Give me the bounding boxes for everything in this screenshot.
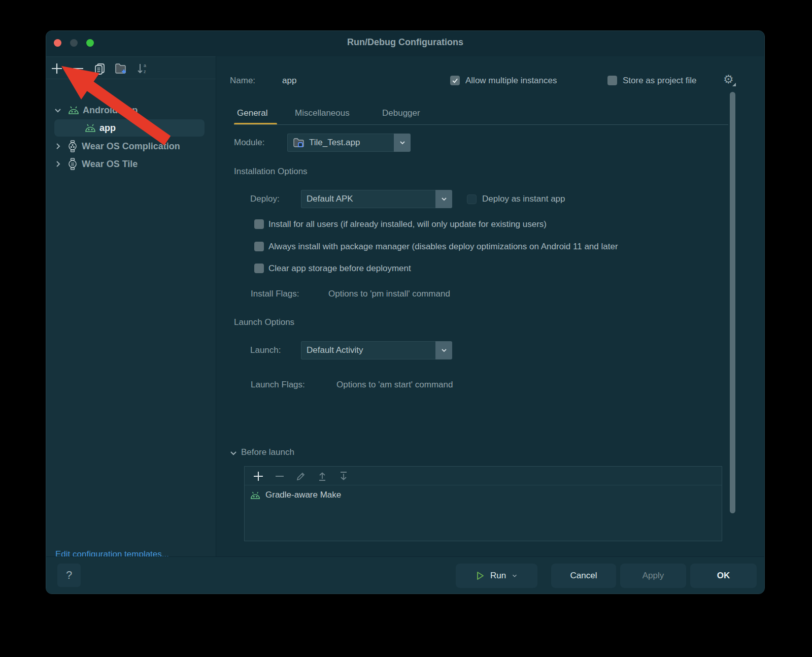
- before-launch-task-label: Gradle-aware Make: [265, 490, 341, 500]
- deploy-as-instant-app-checkbox[interactable]: [467, 194, 477, 204]
- sort-alphabetically-icon[interactable]: a z: [135, 61, 150, 76]
- run-button[interactable]: Run: [456, 564, 537, 588]
- chevron-right-icon[interactable]: [53, 142, 62, 151]
- allow-multiple-instances-label: Allow multiple instances: [465, 75, 557, 87]
- tab-debugger[interactable]: Debugger: [382, 107, 420, 119]
- store-as-project-file-checkbox[interactable]: [607, 76, 617, 85]
- chevron-right-icon[interactable]: [53, 159, 62, 169]
- svg-text:a: a: [144, 63, 146, 68]
- add-task-icon[interactable]: [252, 470, 265, 483]
- edit-task-icon[interactable]: [294, 470, 308, 483]
- move-down-icon[interactable]: [337, 470, 350, 483]
- sidebar-toolbar: a z: [46, 56, 216, 79]
- install-for-all-users-checkbox[interactable]: [254, 219, 264, 229]
- launch-options-header: Launch Options: [234, 316, 294, 328]
- deploy-as-instant-app-label: Deploy as instant app: [482, 193, 565, 205]
- launch-combobox[interactable]: Default Activity: [301, 341, 452, 359]
- deploy-label: Deploy:: [250, 193, 280, 205]
- android-icon: [84, 123, 96, 133]
- copy-configuration-icon[interactable]: [92, 61, 107, 76]
- before-launch-panel: Gradle-aware Make: [244, 466, 722, 541]
- install-for-all-users-label: Install for all users (if already instal…: [268, 218, 728, 231]
- play-icon: [475, 571, 485, 581]
- clear-app-storage-label: Clear app storage before deployment: [268, 262, 728, 275]
- dialog-footer: ? Run Cancel Apply OK: [46, 556, 764, 594]
- always-install-package-manager-label: Always install with package manager (dis…: [268, 241, 728, 253]
- tree-item-label: app: [99, 123, 116, 134]
- run-button-label: Run: [490, 571, 506, 581]
- clear-app-storage-checkbox[interactable]: [254, 264, 264, 273]
- always-install-package-manager-checkbox[interactable]: [254, 242, 264, 251]
- module-folder-icon: [293, 138, 305, 148]
- chevron-down-icon[interactable]: [53, 106, 62, 115]
- check-icon: [451, 77, 459, 84]
- remove-task-icon[interactable]: [273, 470, 286, 483]
- chevron-down-icon[interactable]: [511, 572, 518, 579]
- before-launch-header: Before launch: [241, 446, 294, 458]
- run-debug-configurations-dialog: Run/Debug Configurations: [46, 30, 765, 594]
- watch-complication-icon: [67, 140, 78, 152]
- launch-value: Default Activity: [307, 345, 363, 355]
- chevron-down-icon: [398, 139, 407, 147]
- configurations-sidebar: a z Android App: [46, 56, 216, 557]
- vertical-scrollbar[interactable]: [730, 92, 735, 513]
- android-icon: [250, 491, 261, 500]
- launch-dropdown-button[interactable]: [435, 341, 452, 359]
- title-bar: Run/Debug Configurations: [46, 31, 764, 56]
- deploy-value: Default APK: [307, 194, 353, 204]
- allow-multiple-instances-checkbox[interactable]: [450, 76, 460, 85]
- module-label: Module:: [234, 137, 264, 149]
- store-as-project-file-label: Store as project file: [623, 75, 697, 87]
- tree-item-wear-os-tile[interactable]: Wear OS Tile: [46, 155, 216, 173]
- tree-item-label: Wear OS Complication: [82, 141, 180, 152]
- svg-text:z: z: [144, 69, 146, 74]
- tree-item-wear-os-complication[interactable]: Wear OS Complication: [46, 138, 216, 155]
- tab-general[interactable]: General: [237, 107, 267, 119]
- name-input[interactable]: app: [282, 75, 296, 87]
- before-launch-toolbar: [245, 467, 722, 485]
- chevron-down-icon: [440, 346, 448, 354]
- tree-item-android-app[interactable]: Android App: [46, 102, 216, 119]
- remove-configuration-icon[interactable]: [71, 61, 86, 76]
- chevron-down-icon: [440, 195, 448, 203]
- gear-icon[interactable]: ⚙: [723, 74, 734, 85]
- launch-label: Launch:: [250, 344, 281, 356]
- install-flags-label: Install Flags:: [251, 288, 299, 300]
- help-button[interactable]: ?: [57, 564, 81, 587]
- tree-item-label: Wear OS Tile: [82, 159, 138, 170]
- ok-button[interactable]: OK: [690, 564, 757, 588]
- tree-item-label: Android App: [83, 105, 138, 116]
- module-dropdown-button[interactable]: [394, 134, 411, 152]
- tree-item-app-selected[interactable]: app: [54, 119, 205, 137]
- cancel-button[interactable]: Cancel: [551, 564, 616, 588]
- name-label: Name:: [230, 75, 255, 87]
- installation-options-header: Installation Options: [234, 166, 308, 178]
- new-folder-icon[interactable]: [113, 61, 128, 76]
- launch-flags-input[interactable]: Options to 'am start' command: [336, 379, 453, 391]
- move-up-icon[interactable]: [316, 470, 329, 483]
- deploy-dropdown-button[interactable]: [435, 190, 452, 208]
- before-launch-task-row[interactable]: Gradle-aware Make: [250, 490, 341, 500]
- launch-flags-label: Launch Flags:: [251, 379, 305, 391]
- dialog-title: Run/Debug Configurations: [46, 37, 764, 48]
- tab-divider: [234, 124, 728, 125]
- module-combobox[interactable]: Tile_Test.app: [287, 134, 411, 152]
- android-icon: [67, 106, 80, 115]
- add-configuration-icon[interactable]: [49, 61, 64, 76]
- before-launch-collapse-chevron[interactable]: [229, 448, 238, 457]
- module-value: Tile_Test.app: [309, 138, 360, 148]
- deploy-combobox[interactable]: Default APK: [301, 190, 452, 208]
- watch-tile-icon: [67, 158, 78, 170]
- install-flags-input[interactable]: Options to 'pm install' command: [328, 288, 450, 300]
- apply-button[interactable]: Apply: [620, 564, 686, 588]
- tab-miscellaneous[interactable]: Miscellaneous: [295, 107, 350, 119]
